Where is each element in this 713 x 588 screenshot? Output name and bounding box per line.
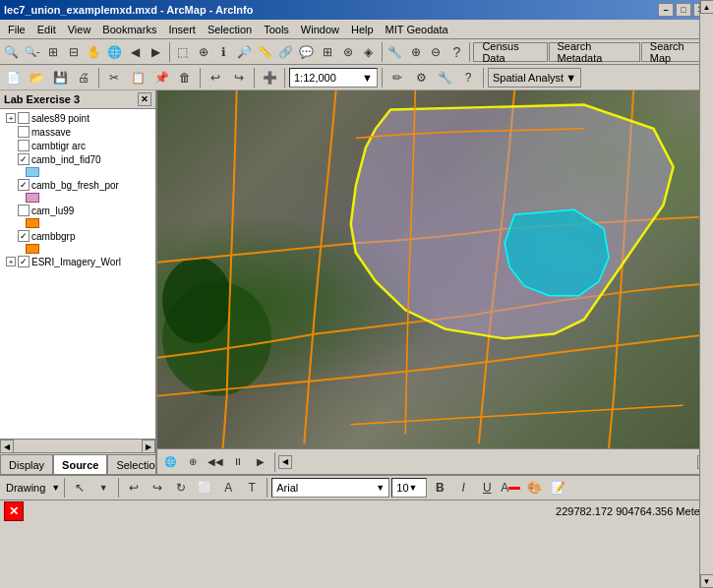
pan-button[interactable]: ✋ <box>85 41 104 63</box>
expand-button[interactable]: + <box>6 113 16 123</box>
search-metadata-button[interactable]: Search Metadata <box>549 42 640 62</box>
highlight-button[interactable]: 🎨 <box>523 477 545 499</box>
menu-edit[interactable]: Edit <box>31 22 62 37</box>
scale-input[interactable]: 1:12,000 ▼ <box>289 68 378 88</box>
effects-button[interactable]: ⚙ <box>410 67 432 88</box>
redo-button[interactable]: ↪ <box>228 67 250 88</box>
nav-btn-4[interactable]: ⏸ <box>227 451 249 473</box>
layer-checkbox[interactable] <box>18 179 30 191</box>
save-button[interactable]: 💾 <box>49 67 71 88</box>
add-data-button[interactable]: ➕ <box>259 67 280 88</box>
tool7[interactable]: ⊕ <box>406 41 426 63</box>
nav-btn-5[interactable]: ▶ <box>250 451 271 473</box>
select-elements-button[interactable]: ⊕ <box>194 41 213 63</box>
italic-button[interactable]: I <box>452 477 474 499</box>
std-sep-3 <box>254 68 255 88</box>
layer-checkbox[interactable] <box>18 230 30 242</box>
html-popup-button[interactable]: 💬 <box>297 41 317 63</box>
back-button[interactable]: ◀ <box>126 41 146 63</box>
nav-btn-2[interactable]: ⊕ <box>182 451 204 473</box>
tool5[interactable]: ◈ <box>359 41 379 63</box>
menu-bookmarks[interactable]: Bookmarks <box>96 22 162 37</box>
editor-button[interactable]: ✏ <box>386 67 408 88</box>
zoom-out-button[interactable]: 🔍- <box>23 41 42 63</box>
menu-tools[interactable]: Tools <box>258 22 295 37</box>
tab-source[interactable]: Source <box>53 454 107 474</box>
polygon-draw-button[interactable]: ⬜ <box>194 477 215 499</box>
new-button[interactable]: 📄 <box>2 67 24 88</box>
layer-checkbox[interactable] <box>18 205 30 216</box>
menu-file[interactable]: File <box>2 22 31 37</box>
zoom-in-button[interactable]: 🔍 <box>2 41 22 63</box>
identify-button[interactable]: ℹ <box>214 41 234 63</box>
tool9[interactable]: ? <box>446 41 466 63</box>
hyperlink-button[interactable]: 🔗 <box>276 41 296 63</box>
menu-selection[interactable]: Selection <box>202 22 258 37</box>
line-color-button[interactable]: 📝 <box>547 477 568 499</box>
toc-close-button[interactable]: ✕ <box>138 92 151 106</box>
menu-mit-geodata[interactable]: MIT Geodata <box>380 22 454 37</box>
measure-button[interactable]: 📏 <box>256 41 275 63</box>
layer-checkbox[interactable] <box>18 256 30 267</box>
find-button[interactable]: 🔎 <box>235 41 255 63</box>
underline-button[interactable]: U <box>476 477 498 499</box>
error-indicator[interactable]: ✕ <box>4 501 24 521</box>
font-size-input[interactable]: 10 ▼ <box>391 478 427 498</box>
tools-button2[interactable]: 🔧 <box>434 67 455 88</box>
cursor-tool[interactable]: ↖ <box>69 477 90 499</box>
nav-btn-1[interactable]: 🌐 <box>159 451 181 473</box>
copy-button[interactable]: 📋 <box>127 67 149 88</box>
font-button[interactable]: T <box>241 477 263 499</box>
select-features-button[interactable]: ⬚ <box>173 41 193 63</box>
tool6[interactable]: 🔧 <box>386 41 405 63</box>
font-input[interactable]: Arial ▼ <box>271 478 389 498</box>
map-vscrollbar: ▲ ▼ <box>699 90 713 448</box>
rotate-button[interactable]: ↻ <box>170 477 192 499</box>
print-button[interactable]: 🖨 <box>73 67 94 88</box>
menu-window[interactable]: Window <box>295 22 345 37</box>
minimize-button[interactable]: – <box>658 3 674 17</box>
expand-button[interactable]: + <box>6 257 16 266</box>
bold-button[interactable]: B <box>429 477 450 499</box>
forward-button[interactable]: ▶ <box>147 41 166 63</box>
menu-view[interactable]: View <box>62 22 97 37</box>
cut-button[interactable]: ✂ <box>103 67 125 88</box>
font-color-button[interactable]: A <box>500 477 521 499</box>
zoom-layer-button[interactable]: ⊟ <box>64 41 84 63</box>
tab-display[interactable]: Display <box>0 454 53 474</box>
layer-checkbox[interactable] <box>18 140 30 151</box>
spatial-analyst-box[interactable]: Spatial Analyst ▼ <box>488 68 581 88</box>
draw-cursor[interactable]: ▼ <box>92 477 114 499</box>
globe-button[interactable]: 🌐 <box>105 41 125 63</box>
undo-button[interactable]: ↩ <box>205 67 226 88</box>
redo-draw-button[interactable]: ↪ <box>147 477 168 499</box>
layer-checkbox[interactable] <box>18 126 30 138</box>
scroll-right-button[interactable]: ▶ <box>142 440 155 453</box>
map-area[interactable] <box>157 90 713 448</box>
tool4[interactable]: ⊛ <box>338 41 358 63</box>
text-button[interactable]: A <box>217 477 239 499</box>
layer-checkbox[interactable] <box>18 153 30 165</box>
toc-title: Lab Exercise 3 ✕ <box>0 90 155 109</box>
paste-button[interactable]: 📌 <box>150 67 172 88</box>
tool8[interactable]: ⊖ <box>427 41 446 63</box>
census-data-button[interactable]: Census Data <box>473 42 547 62</box>
nav-btn-3[interactable]: ◀◀ <box>205 451 226 473</box>
undo-draw-button[interactable]: ↩ <box>123 477 145 499</box>
hscroll-track <box>293 455 696 469</box>
maximize-button[interactable]: □ <box>676 3 691 17</box>
tab-selection[interactable]: Selection <box>107 454 157 474</box>
hscroll-left-button[interactable]: ◀ <box>278 455 292 469</box>
menu-insert[interactable]: Insert <box>162 22 202 37</box>
tool3[interactable]: ⊞ <box>318 41 337 63</box>
layer-checkbox[interactable] <box>18 112 30 124</box>
list-item: camb_bg_fresh_por <box>2 178 153 192</box>
open-button[interactable]: 📂 <box>26 67 47 88</box>
toolbar-separator-1 <box>169 42 170 62</box>
menu-help[interactable]: Help <box>345 22 380 37</box>
delete-button[interactable]: 🗑 <box>174 67 196 88</box>
scroll-left-button[interactable]: ◀ <box>0 440 14 453</box>
help-button2[interactable]: ? <box>457 67 479 88</box>
color-swatch <box>26 193 39 203</box>
zoom-full-button[interactable]: ⊞ <box>43 41 63 63</box>
